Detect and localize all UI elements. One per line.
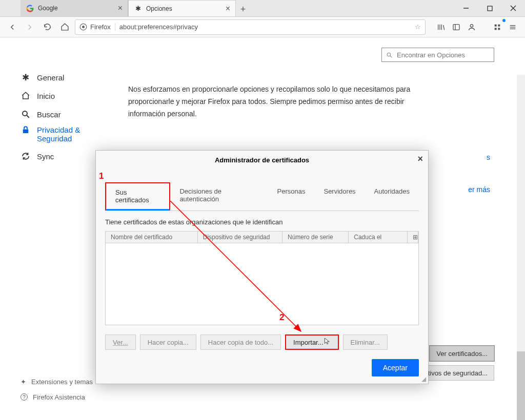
- search-placeholder: Encontrar en Opciones: [397, 51, 465, 59]
- window-minimize-button[interactable]: [454, 0, 478, 16]
- dialog-description: Tiene certificados de estas organizacion…: [105, 218, 419, 226]
- gear-favicon: ✱: [134, 5, 142, 13]
- svg-line-17: [27, 115, 29, 118]
- new-tab-button[interactable]: +: [236, 2, 250, 16]
- col-picker-icon[interactable]: ⊞: [408, 232, 418, 243]
- browser-toolbar: Firefox about:preferences#privacy ☆: [0, 17, 525, 37]
- backup-button[interactable]: Hacer copia...: [140, 334, 196, 350]
- tab-servers[interactable]: Servidores: [314, 182, 365, 211]
- back-button[interactable]: [5, 20, 19, 34]
- reload-button[interactable]: [40, 20, 54, 34]
- search-icon: [21, 110, 31, 119]
- window-maximize-button[interactable]: [478, 0, 501, 16]
- account-icon[interactable]: [465, 20, 479, 34]
- annotation-1: 1: [99, 171, 104, 181]
- dialog-title: Administrador de certificados: [215, 156, 309, 164]
- tab-authorities[interactable]: Autoridades: [365, 182, 419, 211]
- svg-rect-10: [498, 24, 500, 26]
- help-link[interactable]: ? Firefox Asistencia: [21, 389, 93, 405]
- browser-tab-options[interactable]: ✱ Opciones ×: [128, 0, 236, 16]
- sidebar-item-privacy[interactable]: Privacidad &Seguridad: [21, 123, 128, 147]
- preferences-search-input[interactable]: Encontrar en Opciones: [381, 48, 494, 62]
- puzzle-icon: ✦: [21, 378, 26, 386]
- certificates-table-body[interactable]: [105, 243, 419, 325]
- window-close-button[interactable]: [501, 0, 525, 16]
- sidebar-icon[interactable]: [449, 20, 463, 34]
- browser-tab-strip: Google × ✱ Opciones × +: [0, 0, 525, 17]
- sidebar-item-home[interactable]: Inicio: [21, 87, 128, 105]
- intro-text: Nos esforzamos en proporcionarle opcione…: [128, 83, 426, 120]
- col-expires[interactable]: Caduca el: [349, 232, 408, 243]
- delete-button[interactable]: Eliminar...: [343, 334, 388, 350]
- help-icon: ?: [21, 393, 28, 401]
- svg-point-8: [470, 24, 473, 27]
- extensions-icon[interactable]: [490, 20, 504, 34]
- url-text: about:preferences#privacy: [119, 23, 198, 31]
- link-fragment-1[interactable]: s: [487, 153, 490, 161]
- import-button[interactable]: Importar...: [285, 334, 339, 350]
- resize-grip-icon[interactable]: ◢: [421, 375, 426, 383]
- svg-rect-11: [495, 28, 497, 30]
- firefox-logo-icon: [79, 23, 87, 31]
- search-icon: [386, 52, 393, 58]
- svg-rect-1: [488, 6, 492, 11]
- dialog-button-row: Ver... Hacer copia... Hacer copia de tod…: [105, 334, 419, 350]
- google-favicon: [26, 4, 34, 12]
- svg-point-19: [387, 53, 391, 56]
- dialog-tabs: Sus certificados Decisiones de autentica…: [105, 182, 419, 211]
- home-icon: [21, 91, 31, 100]
- certificate-manager-dialog: Administrador de certificados × 1 Sus ce…: [95, 150, 429, 384]
- backup-all-button[interactable]: Hacer copia de todo...: [200, 334, 281, 350]
- gear-icon: ✱: [21, 72, 31, 83]
- tab-google-close-icon[interactable]: ×: [118, 4, 123, 13]
- dialog-close-button[interactable]: ×: [417, 154, 423, 164]
- extensions-label: Extensiones y temas: [31, 378, 93, 386]
- col-name[interactable]: Nombre del certificado: [106, 232, 198, 243]
- sidebar-privacy-label: Privacidad &Seguridad: [37, 125, 80, 143]
- identity-label: Firefox: [90, 23, 111, 31]
- accept-button[interactable]: Aceptar: [372, 359, 419, 376]
- tab-options-close-icon[interactable]: ×: [226, 4, 230, 13]
- sidebar-search-label: Buscar: [37, 110, 61, 119]
- svg-point-5: [82, 26, 85, 28]
- link-fragment-2[interactable]: er más: [468, 185, 490, 194]
- tab-auth-decisions[interactable]: Decisiones de autenticación: [170, 182, 268, 211]
- svg-rect-18: [23, 130, 29, 134]
- url-bar[interactable]: Firefox about:preferences#privacy ☆: [75, 19, 426, 35]
- svg-rect-12: [498, 28, 500, 30]
- home-button[interactable]: [57, 20, 72, 34]
- svg-rect-6: [453, 24, 459, 30]
- browser-tab-google[interactable]: Google ×: [21, 0, 128, 16]
- sidebar-item-general[interactable]: ✱ General: [21, 68, 128, 87]
- help-label: Firefox Asistencia: [33, 393, 85, 401]
- bookmark-star-icon[interactable]: ☆: [415, 23, 421, 31]
- view-certificates-button[interactable]: Ver certificados...: [430, 346, 494, 361]
- extensions-link[interactable]: ✦ Extensiones y temas: [21, 374, 93, 389]
- lock-icon: [21, 125, 31, 135]
- dialog-titlebar: Administrador de certificados ×: [96, 151, 428, 169]
- titlebar-controls: [454, 0, 525, 16]
- sidebar-sync-label: Sync: [37, 152, 54, 161]
- forward-button[interactable]: [23, 20, 37, 34]
- menu-icon[interactable]: [506, 20, 520, 34]
- preferences-page: ✱ General Inicio Buscar Privacidad &Segu…: [0, 37, 525, 420]
- certificates-table-header: Nombre del certificado Dispositivo de se…: [105, 231, 419, 243]
- svg-rect-9: [495, 24, 497, 26]
- tab-options-label: Opciones: [146, 5, 172, 12]
- mouse-cursor-icon: [324, 337, 331, 346]
- sidebar-general-label: General: [37, 73, 64, 82]
- view-cert-button[interactable]: Ver...: [105, 334, 136, 350]
- tab-your-certificates[interactable]: Sus certificados: [105, 182, 170, 211]
- site-identity[interactable]: Firefox: [79, 23, 115, 31]
- svg-point-16: [23, 111, 27, 116]
- sidebar-item-search[interactable]: Buscar: [21, 105, 128, 123]
- sync-icon: [21, 152, 31, 161]
- svg-line-20: [390, 56, 392, 57]
- library-icon[interactable]: [434, 20, 448, 34]
- tab-people[interactable]: Personas: [268, 182, 315, 211]
- col-serial[interactable]: Número de serie: [282, 232, 349, 243]
- sidebar-home-label: Inicio: [37, 92, 55, 100]
- annotation-2: 2: [279, 312, 284, 323]
- tab-google-label: Google: [38, 5, 58, 12]
- col-device[interactable]: Dispositivo de seguridad: [198, 232, 282, 243]
